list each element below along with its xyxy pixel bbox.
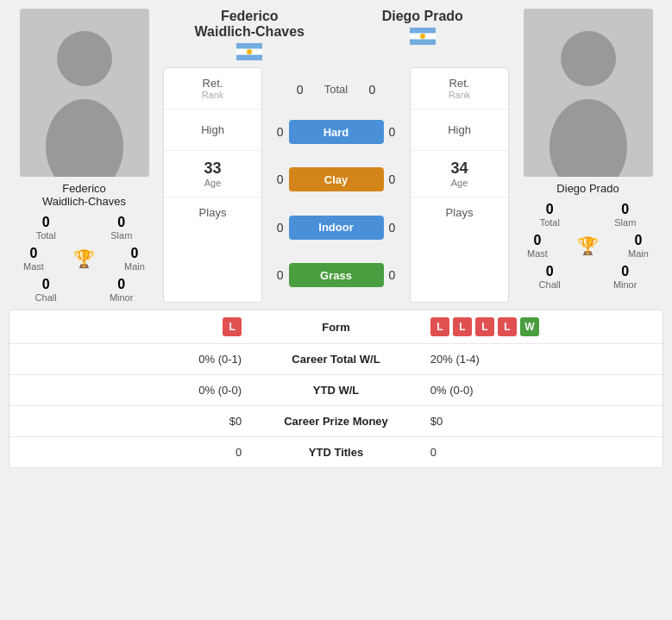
right-form-badge-L2: L xyxy=(453,317,472,336)
left-mast-stat: 0 Mast xyxy=(23,246,44,272)
right-main-stat: 0 Main xyxy=(628,233,649,259)
right-minor-stat: 0 Minor xyxy=(613,264,637,290)
detail-and-surfaces: Ret. Rank High 33 Age Plays xyxy=(163,67,509,303)
right-plays: Plays xyxy=(411,197,508,228)
left-silhouette-icon xyxy=(20,9,149,177)
center-area: Federico Waidlich-Chaves Diego Prado xyxy=(163,9,509,303)
right-detail-box: Ret. Rank High 34 Age Plays xyxy=(410,67,509,303)
right-form-badge-W: W xyxy=(520,317,539,336)
left-slam-stat: 0 Slam xyxy=(110,215,132,241)
surface-clay-row: 0 Clay 0 xyxy=(266,167,406,191)
left-stats-row1: 0 Total 0 Slam xyxy=(9,215,160,241)
form-row: L Form L L L L W xyxy=(9,310,663,344)
right-total-stat: 0 Total xyxy=(540,202,560,228)
ytd-wl-label: YTD W/L xyxy=(242,384,430,397)
right-high: High xyxy=(411,110,508,151)
prize-money-left: $0 xyxy=(22,415,242,428)
prize-money-row: $0 Career Prize Money $0 xyxy=(9,406,663,437)
right-form-badge-L3: L xyxy=(475,317,494,336)
trophy-icon-left: 🏆 xyxy=(73,248,95,269)
player-names-row: Federico Waidlich-Chaves Diego Prado xyxy=(163,9,509,64)
left-player-card: Federico Waidlich-Chaves 0 Total 0 Slam … xyxy=(9,9,160,303)
career-wl-left: 0% (0-1) xyxy=(22,353,242,366)
svg-point-8 xyxy=(420,34,425,39)
surface-bars: 0 Total 0 0 Hard 0 0 xyxy=(266,67,406,303)
left-age: 33 Age xyxy=(164,151,261,197)
right-slam-stat: 0 Slam xyxy=(614,202,636,228)
right-flag-icon xyxy=(410,28,436,45)
right-stats-row2: 0 Mast 🏆 0 Main xyxy=(512,233,663,259)
right-player-card: Diego Prado 0 Total 0 Slam 0 Mast 🏆 xyxy=(512,9,663,303)
left-player-name: Federico Waidlich-Chaves xyxy=(42,182,126,208)
left-detail-box: Ret. Rank High 33 Age Plays xyxy=(163,67,262,303)
surface-grass-row: 0 Grass 0 xyxy=(266,263,406,287)
career-wl-row: 0% (0-1) Career Total W/L 20% (1-4) xyxy=(9,344,663,375)
left-stats-row3: 0 Chall 0 Minor xyxy=(9,277,160,303)
right-chall-stat: 0 Chall xyxy=(539,264,561,290)
right-mast-stat: 0 Mast xyxy=(527,233,548,259)
right-form-badges: L L L L W xyxy=(430,317,650,336)
surface-indoor-row: 0 Indoor 0 xyxy=(266,216,406,240)
right-player-name: Diego Prado xyxy=(556,182,619,195)
right-stats-row1: 0 Total 0 Slam xyxy=(512,202,663,228)
comparison-top: Federico Waidlich-Chaves 0 Total 0 Slam … xyxy=(0,0,672,303)
right-ret-rank: Ret. Rank xyxy=(411,68,508,110)
surface-hard-row: 0 Hard 0 xyxy=(266,120,406,144)
ytd-wl-left: 0% (0-0) xyxy=(22,384,242,397)
left-chall-stat: 0 Chall xyxy=(35,277,57,303)
clay-bar: Clay xyxy=(289,167,384,191)
ytd-wl-right: 0% (0-0) xyxy=(430,384,650,397)
prize-money-label: Career Prize Money xyxy=(242,415,430,428)
bottom-stats-section: L Form L L L L W 0% (0-1) Career Total W… xyxy=(9,310,663,468)
left-minor-stat: 0 Minor xyxy=(110,277,134,303)
left-plays: Plays xyxy=(164,197,261,228)
left-player-name-center: Federico Waidlich-Chaves xyxy=(163,9,336,64)
ytd-titles-row: 0 YTD Titles 0 xyxy=(9,437,663,467)
surface-total-row: 0 Total 0 xyxy=(266,83,406,97)
left-form-badges: L xyxy=(22,317,242,336)
left-flag-icon xyxy=(236,43,262,60)
svg-point-5 xyxy=(247,49,252,54)
right-form-badge-L4: L xyxy=(498,317,517,336)
left-ret-rank: Ret. Rank xyxy=(164,68,261,110)
indoor-bar: Indoor xyxy=(289,216,384,240)
left-total-stat: 0 Total xyxy=(36,215,56,241)
left-player-photo xyxy=(20,9,149,177)
prize-money-right: $0 xyxy=(430,415,650,428)
left-flag xyxy=(163,43,336,64)
right-player-photo xyxy=(524,9,653,177)
ytd-titles-label: YTD Titles xyxy=(242,446,430,459)
form-label: Form xyxy=(242,321,430,334)
right-stats-row3: 0 Chall 0 Minor xyxy=(512,264,663,290)
right-silhouette-icon xyxy=(524,9,653,177)
career-wl-right: 20% (1-4) xyxy=(430,353,650,366)
right-player-name-center: Diego Prado xyxy=(336,9,510,64)
ytd-wl-row: 0% (0-0) YTD W/L 0% (0-0) xyxy=(9,375,663,406)
right-age: 34 Age xyxy=(411,151,508,197)
grass-bar: Grass xyxy=(289,263,384,287)
main-container: Federico Waidlich-Chaves 0 Total 0 Slam … xyxy=(0,0,672,468)
ytd-titles-left: 0 xyxy=(22,446,242,459)
svg-point-1 xyxy=(57,31,112,86)
trophy-icon-right: 🏆 xyxy=(577,235,599,256)
hard-bar: Hard xyxy=(289,120,384,144)
left-form-badge-L: L xyxy=(223,317,242,336)
left-stats-row2: 0 Mast 🏆 0 Main xyxy=(9,246,160,272)
left-main-stat: 0 Main xyxy=(124,246,145,272)
right-form-badge-L1: L xyxy=(430,317,449,336)
right-flag xyxy=(336,28,510,48)
left-high: High xyxy=(164,110,261,151)
svg-point-10 xyxy=(561,31,616,86)
ytd-titles-right: 0 xyxy=(430,446,650,459)
career-wl-label: Career Total W/L xyxy=(242,353,430,366)
